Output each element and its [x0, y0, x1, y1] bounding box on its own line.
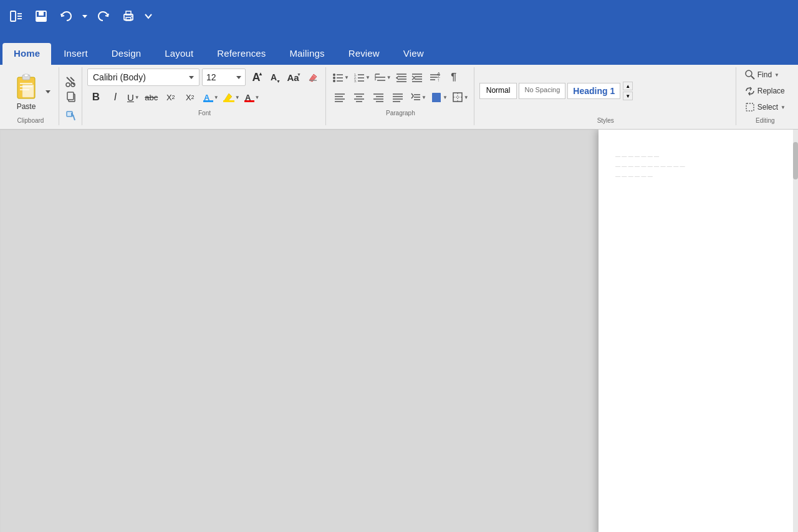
document-left-area: [0, 130, 598, 532]
numbered-list-button[interactable]: 1. 2. 3. ▼: [352, 72, 372, 83]
format-painter-button[interactable]: [64, 109, 78, 123]
svg-line-18: [67, 77, 74, 85]
page-scrollbar[interactable]: [793, 130, 798, 532]
svg-rect-5: [39, 11, 44, 16]
document-page[interactable]: — — — — — — — — — — — — — — — — — — — — …: [598, 130, 798, 532]
line-spacing-button[interactable]: ▼: [408, 92, 428, 103]
svg-point-34: [333, 74, 335, 76]
svg-rect-0: [11, 11, 16, 21]
underline-button[interactable]: U ▼: [126, 92, 141, 103]
subscript-button[interactable]: X2: [162, 88, 180, 106]
paste-section-label: Clipboard: [17, 116, 44, 124]
tab-insert[interactable]: Insert: [52, 43, 99, 65]
svg-point-35: [333, 77, 335, 79]
svg-rect-23: [67, 92, 74, 100]
align-center-button[interactable]: [350, 88, 368, 106]
increase-font-size-button[interactable]: A▲: [248, 69, 264, 86]
svg-rect-33: [244, 100, 254, 102]
style-normal[interactable]: Normal: [479, 83, 517, 99]
clear-formatting-button[interactable]: [304, 69, 322, 86]
copy-button[interactable]: [64, 90, 78, 103]
sidebar-toggle-button[interactable]: [5, 5, 27, 27]
svg-rect-83: [432, 93, 441, 102]
bullet-list-button[interactable]: ▼: [331, 72, 350, 83]
tab-layout[interactable]: Layout: [153, 43, 204, 65]
clipboard-section-label: [64, 123, 78, 124]
style-heading1[interactable]: Heading 1: [567, 83, 620, 99]
svg-point-36: [333, 80, 335, 82]
svg-rect-90: [746, 103, 754, 111]
borders-button[interactable]: ▼: [451, 92, 470, 103]
undo-dropdown[interactable]: [80, 5, 90, 27]
tab-mailings[interactable]: Mailings: [278, 43, 335, 65]
strikethrough-button[interactable]: abc: [143, 88, 160, 106]
font-color-red-button[interactable]: A ▼: [243, 92, 261, 103]
style-no-spacing[interactable]: No Spacing: [519, 83, 565, 99]
font-size-select[interactable]: 12: [202, 69, 246, 86]
svg-line-89: [751, 76, 754, 79]
font-name-select[interactable]: Calibri (Body): [87, 69, 200, 86]
svg-rect-31: [223, 100, 234, 102]
svg-point-20: [66, 83, 70, 87]
shading-button[interactable]: ▼: [430, 92, 449, 103]
paragraph-section-label: Paragraph: [331, 108, 470, 116]
find-button[interactable]: Find ▼: [741, 69, 789, 81]
decrease-font-size-button[interactable]: A▼: [266, 69, 282, 86]
show-marks-button[interactable]: ¶: [445, 69, 463, 86]
paste-label: Paste: [17, 102, 36, 111]
svg-rect-6: [37, 17, 46, 21]
paste-button[interactable]: Paste: [9, 69, 44, 115]
sort-button[interactable]: ↑ Z A: [426, 69, 443, 86]
font-color-button[interactable]: A ▼: [202, 92, 220, 103]
select-button[interactable]: Select ▼: [741, 101, 789, 113]
align-left-button[interactable]: [331, 88, 349, 106]
svg-rect-84: [432, 100, 441, 102]
tab-view[interactable]: View: [392, 43, 435, 65]
tab-review[interactable]: Review: [337, 43, 391, 65]
svg-rect-17: [22, 85, 34, 97]
change-case-button[interactable]: Aa ▼: [284, 69, 302, 86]
svg-text:3.: 3.: [354, 79, 357, 83]
cut-button[interactable]: [64, 75, 78, 88]
tab-design[interactable]: Design: [100, 43, 153, 65]
tab-home[interactable]: Home: [2, 43, 51, 65]
svg-rect-13: [24, 74, 28, 77]
svg-point-88: [746, 70, 752, 77]
svg-text:A: A: [437, 72, 440, 77]
italic-button[interactable]: I: [107, 88, 124, 106]
decrease-indent-button[interactable]: [395, 72, 408, 83]
svg-line-26: [73, 115, 75, 120]
svg-rect-9: [126, 17, 131, 21]
font-section-label: Font: [87, 108, 322, 116]
undo-button[interactable]: [55, 5, 77, 27]
customize-qa-button[interactable]: [142, 5, 155, 27]
align-right-button[interactable]: [370, 88, 387, 106]
svg-rect-30: [203, 100, 213, 102]
superscript-button[interactable]: X2: [181, 88, 199, 106]
styles-scroll-up[interactable]: ▲ ▼: [623, 82, 633, 100]
styles-section-label: Styles: [479, 116, 732, 124]
svg-point-10: [131, 16, 132, 17]
editing-section-label: Editing: [741, 116, 789, 124]
paste-dropdown-button[interactable]: [44, 69, 52, 115]
page-content: — — — — — — — — — — — — — — — — — — — — …: [598, 130, 778, 203]
svg-line-19: [70, 77, 74, 81]
bold-button[interactable]: B: [87, 88, 105, 106]
multilevel-list-button[interactable]: ▼: [373, 72, 393, 83]
print-button[interactable]: [117, 5, 140, 27]
tab-references[interactable]: References: [206, 43, 277, 65]
redo-button[interactable]: [92, 5, 115, 27]
increase-indent-button[interactable]: [410, 72, 424, 83]
svg-rect-85: [453, 93, 462, 102]
save-button[interactable]: [30, 5, 52, 27]
justify-button[interactable]: [389, 88, 406, 106]
replace-button[interactable]: Replace: [741, 85, 789, 97]
highlight-color-button[interactable]: ▼: [222, 92, 241, 103]
